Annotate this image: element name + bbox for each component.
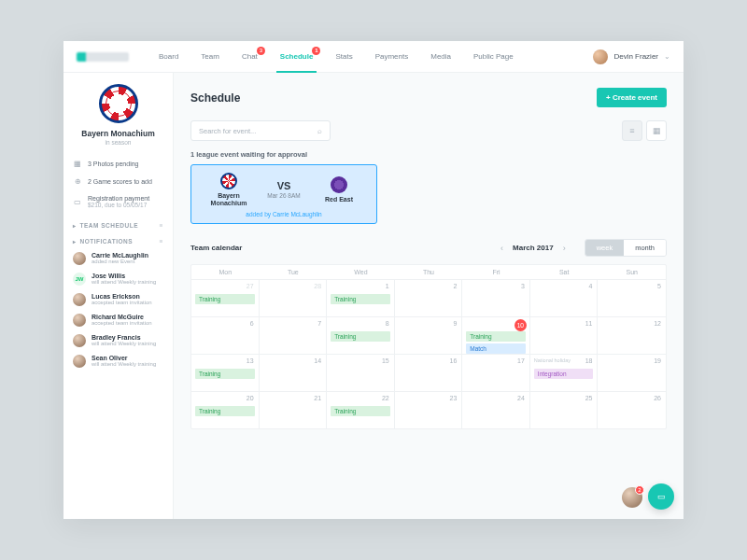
nav-media[interactable]: Media: [419, 41, 462, 73]
calendar-cell[interactable]: 15: [327, 354, 395, 391]
user-avatar[interactable]: [593, 49, 608, 64]
calendar-cell[interactable]: 11: [530, 316, 599, 354]
notification-item[interactable]: Lucas Erickson accepted team invitation: [73, 289, 163, 310]
stat-icon: ⊕: [73, 177, 82, 186]
calendar-cell[interactable]: 21: [260, 391, 328, 428]
pending-match-card[interactable]: Bayern Monachium VS Mar 26 8AM Red East …: [190, 164, 377, 224]
day-header: Tue: [260, 265, 328, 279]
calendar-event[interactable]: Training: [331, 406, 390, 416]
current-month: March 2017: [513, 244, 554, 252]
calendar-cell[interactable]: 12: [598, 316, 666, 354]
calendar-cell[interactable]: 24: [462, 391, 530, 428]
calendar-cell[interactable]: 26: [598, 391, 666, 428]
calendar-event[interactable]: Training: [466, 331, 526, 342]
day-number: 24: [517, 395, 525, 401]
day-number: 11: [585, 320, 593, 327]
day-number: 5: [657, 283, 661, 289]
notification-item[interactable]: JW Jose Willis will attend Weekly traini…: [73, 269, 163, 289]
calendar-cell[interactable]: 25: [530, 391, 599, 428]
calendar-cell[interactable]: 27Training: [191, 279, 260, 316]
nav-public-page[interactable]: Public Page: [462, 41, 525, 73]
day-number: 25: [585, 395, 593, 401]
calendar-cell[interactable]: 5: [598, 279, 666, 316]
prev-month-button[interactable]: ‹: [500, 244, 503, 253]
nav-payments[interactable]: Payments: [364, 41, 420, 73]
view-week-toggle[interactable]: week: [585, 240, 625, 256]
day-header: Thu: [395, 265, 463, 279]
nav-badge: 1: [312, 47, 320, 55]
calendar-cell[interactable]: 22Training: [327, 391, 395, 428]
day-number: 18: [585, 357, 593, 364]
create-event-button[interactable]: + Create event: [597, 88, 667, 107]
calendar-event[interactable]: Training: [195, 406, 255, 416]
notification-item[interactable]: Bradley Francis will attend Weekly train…: [73, 330, 163, 351]
view-month-toggle[interactable]: month: [624, 240, 666, 256]
calendar-cell[interactable]: 23: [395, 391, 463, 428]
view-list-button[interactable]: ≡: [622, 120, 642, 141]
chevron-down-icon[interactable]: ⌄: [664, 52, 670, 61]
calendar-cell[interactable]: 9: [395, 316, 463, 354]
day-number: 15: [382, 357, 389, 364]
day-number: 7: [317, 320, 321, 327]
calendar-cell[interactable]: 1Training: [327, 279, 395, 316]
nav-team[interactable]: Team: [190, 41, 231, 73]
notif-avatar: [73, 314, 86, 327]
calendar-event[interactable]: Training: [195, 294, 255, 304]
team-b-name: Red East: [311, 196, 367, 203]
calendar-cell[interactable]: 7: [260, 316, 328, 354]
calendar-cell[interactable]: 17: [462, 354, 530, 391]
calendar-cell[interactable]: 13Training: [191, 354, 260, 391]
calendar-cell[interactable]: 16: [395, 354, 463, 391]
next-month-button[interactable]: ›: [563, 244, 566, 253]
view-grid-button[interactable]: ▦: [646, 120, 667, 141]
help-fab[interactable]: ▭: [648, 483, 674, 510]
team-b-logo: [331, 176, 347, 193]
calendar-event[interactable]: Training: [195, 369, 255, 379]
calendar-cell[interactable]: 14: [260, 354, 328, 391]
team-a-logo: [220, 173, 237, 189]
notif-avatar: [73, 293, 86, 306]
sidebar-section-header[interactable]: ▸NOTIFICATIONS≡: [73, 238, 163, 245]
calendar-event[interactable]: Training: [331, 294, 390, 304]
vs-label: VS: [267, 180, 300, 191]
sidebar-stat[interactable]: ⊕ 2 Game scores to add: [73, 173, 163, 190]
day-number: 17: [517, 357, 525, 364]
chat-avatar[interactable]: 2: [622, 487, 642, 508]
club-status: in season: [73, 139, 163, 146]
notification-item[interactable]: Carrie McLaughlin added new Event: [73, 248, 163, 269]
calendar-cell[interactable]: 19: [598, 354, 666, 391]
calendar-cell[interactable]: 6: [191, 316, 260, 354]
calendar-event[interactable]: Integration: [534, 369, 594, 379]
notification-item[interactable]: Sean Oliver will attend Weekly training: [73, 351, 163, 371]
calendar-cell[interactable]: 10TrainingMatch: [462, 316, 530, 354]
day-number: 26: [654, 395, 661, 401]
search-input[interactable]: Search for event... ⌕: [190, 120, 331, 141]
calendar-cell[interactable]: National holiday18Integration: [530, 354, 599, 391]
nav-chat[interactable]: Chat3: [231, 41, 269, 73]
sidebar-section-header[interactable]: ▸TEAM SCHEDULE≡: [73, 222, 163, 229]
day-number: 1: [386, 283, 389, 289]
notif-avatar: JW: [73, 273, 86, 286]
notif-avatar: [73, 355, 86, 368]
day-header: Wed: [327, 265, 395, 279]
calendar-cell[interactable]: 28: [260, 279, 328, 316]
day-header: Mon: [191, 265, 260, 279]
calendar-event[interactable]: Training: [331, 331, 390, 342]
nav-stats[interactable]: Stats: [324, 41, 363, 73]
calendar-event[interactable]: Match: [466, 343, 526, 354]
calendar-cell[interactable]: 20Training: [191, 391, 260, 428]
nav-schedule[interactable]: Schedule1: [269, 41, 325, 73]
calendar-cell[interactable]: 2: [395, 279, 463, 316]
search-icon: ⌕: [317, 127, 322, 135]
notification-item[interactable]: Richard McGuire accepted team invitation: [73, 310, 163, 330]
sidebar-stat[interactable]: ▦ 3 Photos pending: [73, 155, 163, 173]
day-number: 28: [314, 283, 321, 289]
sidebar-stat[interactable]: ▭ Registration payment$210, due to 05/05…: [73, 190, 163, 213]
team-a-name: Bayern Monachium: [201, 192, 257, 206]
nav-board[interactable]: Board: [148, 41, 190, 73]
calendar-label: Team calendar: [190, 244, 242, 252]
calendar-cell[interactable]: 4: [530, 279, 599, 316]
calendar-cell[interactable]: 3: [462, 279, 530, 316]
day-number: 19: [654, 357, 661, 364]
calendar-cell[interactable]: 8Training: [327, 316, 395, 354]
